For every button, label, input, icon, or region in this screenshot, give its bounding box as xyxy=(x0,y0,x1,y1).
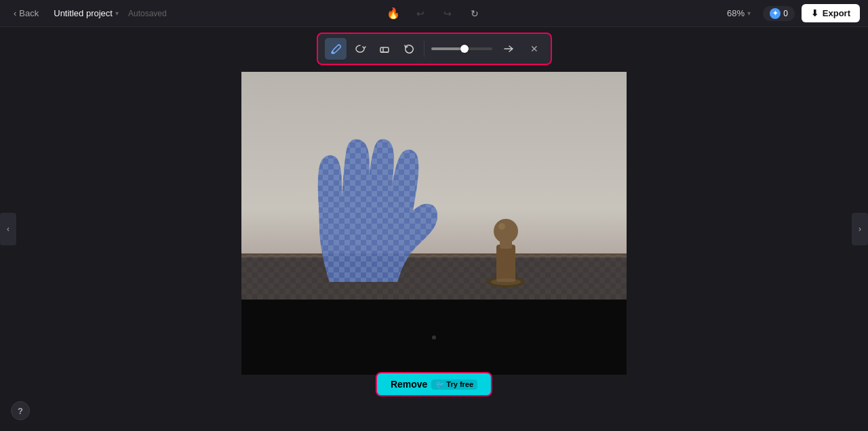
canvas-area: ✕ xyxy=(0,27,868,431)
refresh-icon: ↻ xyxy=(471,8,479,19)
credits-icon: ✦ xyxy=(770,8,781,19)
left-arrow-icon: ‹ xyxy=(7,224,9,234)
export-label: Export xyxy=(823,8,850,18)
brush-size-slider[interactable] xyxy=(429,47,495,50)
zoom-chevron-icon: ▾ xyxy=(747,9,751,17)
back-button[interactable]: ‹ Back xyxy=(8,5,44,21)
back-label: Back xyxy=(19,8,39,18)
toolbar-divider xyxy=(424,41,425,57)
back-chevron-icon: ‹ xyxy=(14,8,16,18)
flame-icon: 🔥 xyxy=(387,7,400,20)
next-panel-button[interactable]: › xyxy=(852,213,868,245)
svg-point-0 xyxy=(332,52,334,54)
help-icon: ? xyxy=(18,406,23,416)
brush-tool-button[interactable] xyxy=(325,38,347,60)
svg-point-15 xyxy=(498,223,505,230)
close-icon: ✕ xyxy=(530,43,538,54)
undo-paint-icon xyxy=(403,43,415,55)
help-button[interactable]: ? xyxy=(11,401,30,420)
project-title-text: Untitled project xyxy=(54,8,113,18)
svg-point-16 xyxy=(491,279,521,285)
flame-button[interactable]: 🔥 xyxy=(384,4,403,23)
remove-bg-button[interactable]: Remove 🐦 Try free xyxy=(376,372,492,396)
editing-toolbar: ✕ xyxy=(317,33,552,65)
image-container: Remove 🐦 Try free xyxy=(241,72,627,375)
try-free-label: Try free xyxy=(446,380,473,388)
lasso-tool-button[interactable] xyxy=(349,38,371,60)
undo-icon: ↩ xyxy=(416,8,425,19)
eraser-icon xyxy=(378,43,391,55)
header-center: 🔥 ↩ ↪ ↻ xyxy=(384,4,484,23)
redo-icon: ↪ xyxy=(443,8,452,19)
autosaved-label: Autosaved xyxy=(128,9,167,18)
slider-fill xyxy=(431,47,465,50)
brush-direction-button[interactable] xyxy=(498,38,519,60)
undo-paint-button[interactable] xyxy=(398,38,420,60)
svg-point-14 xyxy=(494,219,518,243)
main-area: ‹ xyxy=(0,27,868,431)
try-free-badge: 🐦 Try free xyxy=(431,379,477,390)
credits-badge[interactable]: ✦ 0 xyxy=(763,6,795,21)
canvas-image[interactable] xyxy=(241,72,627,300)
remove-button-wrapper: Remove 🐦 Try free xyxy=(376,372,492,396)
svg-rect-1 xyxy=(380,47,389,52)
redo-button[interactable]: ↪ xyxy=(438,4,457,23)
toolbar-close-button[interactable]: ✕ xyxy=(525,39,544,58)
header-left: ‹ Back Untitled project ▾ Autosaved xyxy=(8,5,167,21)
background-image xyxy=(241,72,627,300)
eraser-tool-button[interactable] xyxy=(374,38,395,60)
project-title-chevron-icon: ▾ xyxy=(115,9,119,17)
header-right: 68% ▾ ✦ 0 ⬇ Export xyxy=(722,4,860,22)
refresh-button[interactable]: ↻ xyxy=(465,4,484,23)
slider-track[interactable] xyxy=(431,47,492,50)
lasso-icon xyxy=(354,43,366,55)
export-button[interactable]: ⬇ Export xyxy=(802,4,860,22)
right-arrow-icon: › xyxy=(859,224,861,234)
prev-panel-button[interactable]: ‹ xyxy=(0,213,16,245)
svg-rect-12 xyxy=(496,245,515,282)
slider-thumb[interactable] xyxy=(460,45,469,53)
canvas-dot xyxy=(432,335,436,340)
brush-direction-icon xyxy=(502,43,515,55)
zoom-control[interactable]: 68% ▾ xyxy=(722,5,756,21)
remove-label: Remove xyxy=(391,379,427,390)
zoom-value: 68% xyxy=(727,8,745,18)
undo-button[interactable]: ↩ xyxy=(411,4,430,23)
header: ‹ Back Untitled project ▾ Autosaved 🔥 ↩ … xyxy=(0,0,868,27)
canvas-image-bottom xyxy=(241,300,627,375)
try-free-bird-icon: 🐦 xyxy=(435,380,445,389)
download-icon: ⬇ xyxy=(811,8,818,18)
brush-icon xyxy=(330,43,342,55)
svg-rect-9 xyxy=(241,255,627,300)
project-title-button[interactable]: Untitled project ▾ xyxy=(50,5,123,21)
credits-count: 0 xyxy=(783,9,788,18)
